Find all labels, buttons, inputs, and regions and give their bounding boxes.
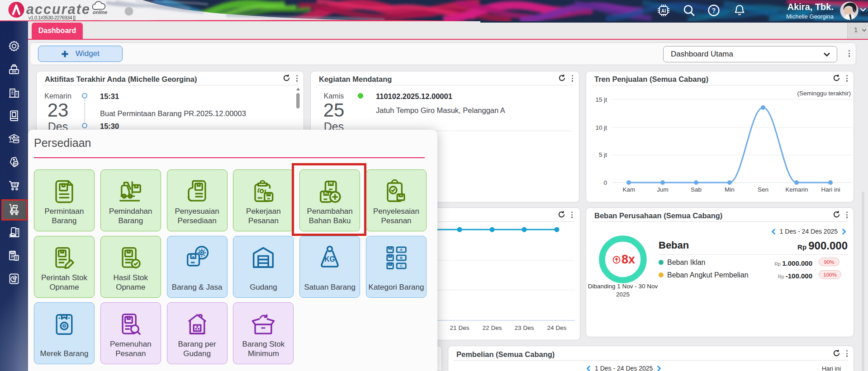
svg-text:8x: 8x: [621, 253, 635, 266]
svg-text:online: online: [93, 9, 107, 15]
svg-text:TAX: TAX: [10, 251, 15, 254]
svg-text:A: A: [400, 248, 403, 252]
svg-text:AI: AI: [661, 8, 666, 14]
svg-text:15 jt: 15 jt: [595, 96, 607, 103]
svg-text:accurate: accurate: [26, 1, 90, 17]
svg-text:23 Des: 23 Des: [515, 324, 534, 331]
svg-text:?: ?: [712, 7, 716, 14]
svg-text:Rp: Rp: [14, 162, 17, 165]
svg-text:10 jt: 10 jt: [595, 124, 607, 131]
svg-text:22 Des: 22 Des: [483, 324, 502, 331]
svg-text:(Seminggu terakhir): (Seminggu terakhir): [797, 90, 851, 97]
svg-text:C: C: [400, 264, 403, 268]
svg-text:5 jt: 5 jt: [599, 151, 607, 158]
svg-text:0: 0: [603, 179, 607, 186]
svg-text:24 Des: 24 Des: [547, 324, 567, 331]
svg-text:KG: KG: [324, 255, 335, 263]
svg-text:B: B: [400, 256, 403, 260]
svg-text:v1.0.1#3530-2276934 []: v1.0.1#3530-2276934 []: [28, 15, 76, 20]
svg-text:21 Des: 21 Des: [450, 324, 470, 331]
